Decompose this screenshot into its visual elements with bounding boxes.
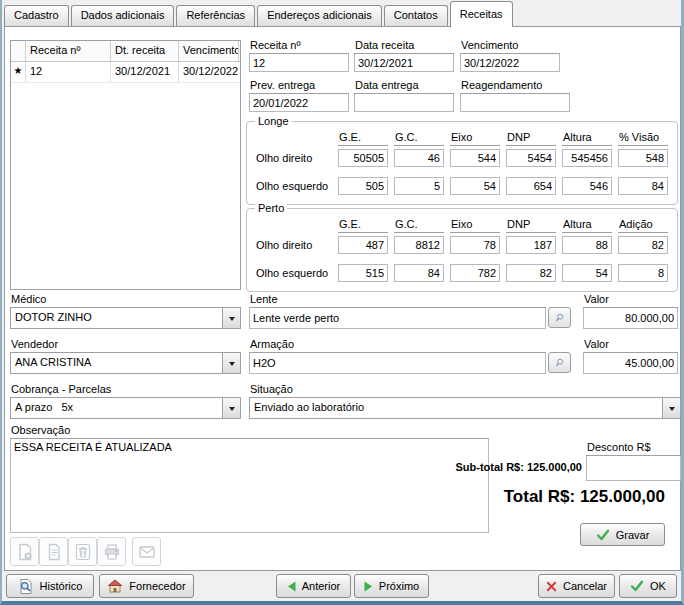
longe-od-altura-input[interactable] <box>562 149 612 167</box>
field-situacao: Situação Enviado ao laboratório <box>249 383 681 419</box>
field-vencimento: Vencimento <box>460 39 560 72</box>
lente-input[interactable] <box>249 308 546 329</box>
reagendamento-input[interactable] <box>460 94 570 112</box>
delete-record-button[interactable] <box>68 537 97 566</box>
field-cobranca: Cobrança - Parcelas A prazo 5x <box>10 383 241 419</box>
check-icon <box>630 580 644 592</box>
row-dt-receita: 30/12/2021 <box>111 62 179 82</box>
new-record-button[interactable] <box>10 537 39 566</box>
perto-oe-gc-input[interactable] <box>394 264 444 282</box>
vendedor-dropdown-button[interactable] <box>222 353 240 373</box>
desconto-input[interactable] <box>586 456 681 481</box>
prev-entrega-input[interactable] <box>249 94 349 112</box>
perto-od-ge-input[interactable] <box>338 236 388 254</box>
armacao-search-button[interactable] <box>548 352 571 373</box>
prev-entrega-label: Prev. entrega <box>249 79 349 94</box>
receita-n-input[interactable] <box>249 54 349 72</box>
medico-combobox[interactable]: DOTOR ZINHO <box>10 308 241 329</box>
observacao-textarea[interactable]: ESSA RECEITA É ATUALIZADA <box>10 439 489 533</box>
perto-od-gc-input[interactable] <box>394 236 444 254</box>
field-prev-entrega: Prev. entrega <box>249 79 349 112</box>
longe-od-dnp-input[interactable] <box>506 149 556 167</box>
situacao-dropdown-button[interactable] <box>662 398 680 418</box>
tab-cadastro[interactable]: Cadastro <box>4 5 69 26</box>
historico-button[interactable]: Histórico <box>6 574 94 598</box>
longe-od-label: Olho direito <box>256 149 332 167</box>
historico-label: Histórico <box>40 580 83 592</box>
cancelar-button[interactable]: Cancelar <box>538 574 615 598</box>
perto-oe-dnp-input[interactable] <box>506 264 556 282</box>
proximo-button[interactable]: Próximo <box>354 574 429 598</box>
tab-receitas[interactable]: Receitas <box>450 1 513 27</box>
gravar-label: Gravar <box>616 529 650 541</box>
field-medico: Médico DOTOR ZINHO <box>10 293 241 329</box>
vendedor-combobox[interactable]: ANA CRISTINA <box>10 353 241 374</box>
valor-armacao-label: Valor <box>583 338 678 353</box>
magnifier-icon <box>555 311 564 324</box>
perto-od-adicao-input[interactable] <box>618 236 668 254</box>
valor-armacao-input[interactable] <box>583 353 678 374</box>
lente-search-button[interactable] <box>548 307 571 328</box>
printer-icon <box>103 543 121 561</box>
perto-oe-altura-input[interactable] <box>562 264 612 282</box>
grid-row-selected[interactable]: ★ 12 30/12/2021 30/12/2022 <box>11 62 240 83</box>
cobranca-combobox[interactable]: A prazo 5x <box>10 398 241 419</box>
edit-record-button[interactable] <box>39 537 68 566</box>
longe-oe-gc-input[interactable] <box>394 177 444 195</box>
longe-oe-ge-input[interactable] <box>338 177 388 195</box>
perto-od-altura-input[interactable] <box>562 236 612 254</box>
field-reagendamento: Reagendamento <box>460 79 570 112</box>
print-button[interactable] <box>97 537 126 566</box>
email-button[interactable] <box>132 537 161 566</box>
longe-od-gc-input[interactable] <box>394 149 444 167</box>
perto-oe-label: Olho esquerdo <box>256 264 332 282</box>
arrow-left-icon <box>287 581 296 592</box>
ok-button[interactable]: OK <box>619 574 677 598</box>
longe-od-visao-input[interactable] <box>618 149 668 167</box>
tab-bar: Cadastro Dados adicionais Referências En… <box>2 2 681 26</box>
longe-od-ge-input[interactable] <box>338 149 388 167</box>
armacao-input[interactable] <box>249 353 546 374</box>
longe-od-eixo-input[interactable] <box>450 149 500 167</box>
longe-col-gc: G.C. <box>394 131 444 146</box>
perto-col-dnp: DNP <box>506 218 556 233</box>
desconto-label: Desconto R$ <box>586 441 681 456</box>
data-receita-input[interactable] <box>354 54 454 72</box>
longe-oe-altura-input[interactable] <box>562 177 612 195</box>
longe-legend: Longe <box>255 115 292 127</box>
tab-contatos[interactable]: Contatos <box>384 5 448 26</box>
longe-oe-visao-input[interactable] <box>618 177 668 195</box>
longe-oe-dnp-input[interactable] <box>506 177 556 195</box>
row-receita-n: 12 <box>26 62 111 82</box>
tab-dados-adicionais[interactable]: Dados adicionais <box>71 5 175 26</box>
data-entrega-input[interactable] <box>354 94 454 112</box>
vencimento-input[interactable] <box>460 54 560 72</box>
close-icon <box>546 581 557 592</box>
medico-dropdown-button[interactable] <box>222 308 240 328</box>
situacao-combobox[interactable]: Enviado ao laboratório <box>249 398 681 419</box>
receitas-grid[interactable]: Receita nº Dt. receita Vencimento ★ 12 3… <box>10 40 241 290</box>
perto-oe-adicao-input[interactable] <box>618 264 668 282</box>
perto-col-eixo: Eixo <box>450 218 500 233</box>
longe-oe-eixo-input[interactable] <box>450 177 500 195</box>
perto-oe-ge-input[interactable] <box>338 264 388 282</box>
tab-referencias[interactable]: Referências <box>176 5 255 26</box>
cobranca-dropdown-button[interactable] <box>222 398 240 418</box>
anterior-button[interactable]: Anterior <box>276 574 351 598</box>
grid-header-dt-receita: Dt. receita <box>111 41 179 61</box>
perto-oe-eixo-input[interactable] <box>450 264 500 282</box>
medico-value: DOTOR ZINHO <box>11 308 222 328</box>
valor-lente-input[interactable] <box>583 308 678 329</box>
field-data-receita: Data receita <box>354 39 454 72</box>
longe-col-altura: Altura <box>562 131 612 146</box>
perto-od-eixo-input[interactable] <box>450 236 500 254</box>
anterior-label: Anterior <box>302 580 341 592</box>
grid-header-marker <box>11 41 26 61</box>
perto-od-dnp-input[interactable] <box>506 236 556 254</box>
cobranca-value: A prazo 5x <box>11 398 222 418</box>
arrow-right-icon <box>364 581 373 592</box>
gravar-button[interactable]: Gravar <box>580 523 665 546</box>
tab-enderecos-adicionais[interactable]: Endereços adicionais <box>257 5 382 26</box>
fornecedor-button[interactable]: Fornecedor <box>99 574 194 598</box>
row-marker-icon: ★ <box>11 62 26 82</box>
